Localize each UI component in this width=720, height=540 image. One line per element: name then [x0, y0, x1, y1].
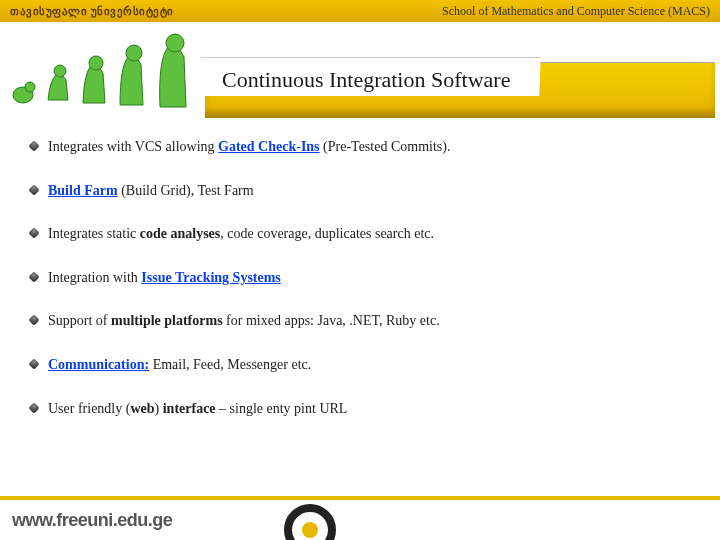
svg-point-2 [54, 65, 66, 77]
link-gated-checkins[interactable]: Gated Check-Ins [218, 139, 320, 154]
bullet-dot-icon [28, 402, 39, 413]
bullet-item: Integrates with VCS allowing Gated Check… [30, 137, 690, 157]
bullet-text: User friendly (web) interface – single e… [48, 399, 347, 419]
bullet-dot-icon [28, 140, 39, 151]
footer-graphic-icon [280, 500, 340, 540]
content-area: Integrates with VCS allowing Gated Check… [0, 117, 720, 418]
bullet-item: Communication: Email, Feed, Messenger et… [30, 355, 690, 375]
evolution-image [8, 25, 203, 110]
bullet-item: Build Farm (Build Grid), Test Farm [30, 181, 690, 201]
bullet-item: Integration with Issue Tracking Systems [30, 268, 690, 288]
link-issue-tracking[interactable]: Issue Tracking Systems [141, 270, 281, 285]
bullet-item: Support of multiple platforms for mixed … [30, 311, 690, 331]
header-bar: თავისუფალი უნივერსიტეტი School of Mathem… [0, 0, 720, 22]
svg-point-5 [166, 34, 184, 52]
link-communication[interactable]: Communication: [48, 357, 149, 372]
svg-point-3 [89, 56, 103, 70]
bullet-dot-icon [28, 358, 39, 369]
title-area: Continuous Integration Software [0, 27, 720, 117]
bullet-dot-icon [28, 315, 39, 326]
bullet-text: Communication: Email, Feed, Messenger et… [48, 355, 311, 375]
svg-point-4 [126, 45, 142, 61]
svg-point-1 [25, 82, 35, 92]
slide-title: Continuous Integration Software [222, 67, 510, 93]
bullet-item: Integrates static code analyses, code co… [30, 224, 690, 244]
svg-point-7 [302, 522, 318, 538]
bullet-text: Integrates with VCS allowing Gated Check… [48, 137, 450, 157]
bullet-text: Support of multiple platforms for mixed … [48, 311, 440, 331]
bullet-dot-icon [28, 184, 39, 195]
bullet-text: Integration with Issue Tracking Systems [48, 268, 281, 288]
school-name: School of Mathematics and Computer Scien… [442, 4, 710, 19]
bullet-dot-icon [28, 271, 39, 282]
bullet-dot-icon [28, 228, 39, 239]
bullet-text: Build Farm (Build Grid), Test Farm [48, 181, 254, 201]
bullet-item: User friendly (web) interface – single e… [30, 399, 690, 419]
university-name: თავისუფალი უნივერსიტეტი [10, 5, 174, 18]
footer-url: www.freeuni.edu.ge [12, 510, 172, 531]
link-build-farm[interactable]: Build Farm [48, 183, 118, 198]
bullet-text: Integrates static code analyses, code co… [48, 224, 434, 244]
footer-bar: www.freeuni.edu.ge [0, 496, 720, 540]
